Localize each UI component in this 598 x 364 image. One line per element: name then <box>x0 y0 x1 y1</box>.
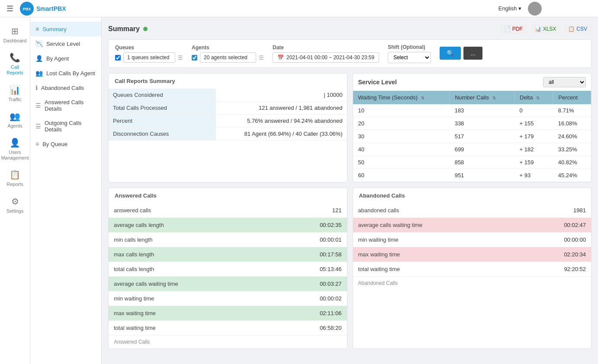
pdf-export-button[interactable]: 📄 PDF <box>500 24 527 34</box>
sub-sidebar-service-level[interactable]: 📉 Service Level <box>30 36 101 51</box>
summary-row-label: Percent <box>109 115 216 128</box>
answered-stat-row: total waiting time06:58:20 <box>109 321 347 335</box>
sidebar-label-agents: Agents <box>7 123 22 129</box>
sl-delta: + 182 <box>514 143 553 156</box>
answered-stat-label: max waiting time <box>114 310 156 316</box>
sort-delta-icon[interactable]: ⇅ <box>536 96 540 100</box>
more-button[interactable]: ... <box>463 47 482 60</box>
abandoned-stat-row: total waiting time92:20:52 <box>353 262 592 277</box>
answered-stat-value: 00:17:58 <box>320 251 342 258</box>
service-level-card: Service Level all answered abandoned Wai… <box>353 73 592 182</box>
abandoned-stat-value: 00:02:47 <box>564 222 586 228</box>
search-button[interactable]: 🔍 <box>440 47 461 60</box>
sidebar-item-agents[interactable]: 👥 Agents <box>0 107 30 133</box>
shift-label: Shift (Optional) <box>388 44 431 50</box>
summary-row-value: 121 answered / 1,981 abandoned <box>216 102 347 115</box>
sub-sidebar-outgoing-calls-details[interactable]: ☰ Outgoing Calls Details <box>30 116 101 137</box>
answered-stat-label: total calls length <box>114 266 154 272</box>
abandoned-stat-value: 00:00:00 <box>564 236 586 243</box>
col-delta: Delta ⇅ <box>514 91 553 104</box>
logo: PBX SmartPBX <box>20 2 66 16</box>
call-reports-summary-card: Call Reports Summary Queues Considered| … <box>108 73 347 182</box>
abandoned-stat-label: total waiting time <box>358 266 400 272</box>
xlsx-export-button[interactable]: 📊 XLSX <box>530 24 561 34</box>
sl-table-row: 1018308.71% <box>353 104 591 117</box>
status-dot <box>143 27 148 31</box>
date-field[interactable]: 📅 2021-04-01 00:00 ~ 2021-04-30 23:59 <box>273 52 379 63</box>
traffic-icon: 📊 <box>10 85 20 95</box>
sort-number-calls-icon[interactable]: ⇅ <box>492 96 496 100</box>
sub-sidebar-by-queue[interactable]: ≡ By Queue <box>30 137 101 151</box>
agents-label: Agents <box>192 45 264 51</box>
hamburger-menu[interactable]: ☰ <box>6 4 13 13</box>
top-nav-left: ☰ PBX SmartPBX <box>6 2 66 16</box>
sidebar-item-settings[interactable]: ⚙ Settings <box>0 192 30 218</box>
answered-stat-row: min waiting time00:00:02 <box>109 291 347 306</box>
date-label: Date <box>273 45 379 51</box>
answered-stat-row: answered calls121 <box>109 203 347 218</box>
sidebar-item-traffic[interactable]: 📊 Traffic <box>0 80 30 107</box>
answered-stat-label: max calls length <box>114 251 154 258</box>
answered-stat-label: min calls length <box>114 236 153 243</box>
answered-stat-value: 00:00:02 <box>320 295 342 302</box>
sub-sidebar-abandoned-calls[interactable]: ℹ Abandoned Calls <box>30 80 101 95</box>
top-nav-right: English ▾ <box>498 2 592 16</box>
sl-percent: 24.60% <box>553 130 591 143</box>
service-level-filter[interactable]: all answered abandoned <box>543 77 586 87</box>
sl-calls: 951 <box>450 169 514 182</box>
sub-sidebar-summary[interactable]: ≡ Summary <box>30 22 101 36</box>
sl-percent: 16.08% <box>553 117 591 130</box>
sub-sidebar-lost-calls-by-agent[interactable]: 👥 Lost Calls By Agent <box>30 66 101 80</box>
abandoned-stat-value: 1981 <box>573 207 586 214</box>
summary-row-value: 81 Agent (66.94%) / 40 Caller (33.06%) <box>216 128 347 140</box>
agents-menu-icon[interactable]: ☰ <box>259 54 264 61</box>
agents-value[interactable]: 20 agents selected <box>200 52 256 63</box>
sub-sidebar-answered-calls-details[interactable]: ☰ Answered Calls Details <box>30 95 101 116</box>
sl-table-row: 20338+ 15516.08% <box>353 117 591 130</box>
sidebar-label-traffic: Traffic <box>9 97 22 102</box>
queues-value[interactable]: 1 queues selected <box>123 52 175 63</box>
content-header: Summary 📄 PDF 📊 XLSX 📋 CSV <box>108 24 592 34</box>
sl-table-row: 60951+ 9345.24% <box>353 169 591 182</box>
shift-filter-group: Shift (Optional) Select <box>388 44 431 63</box>
summary-table-row: Total Calls Processed121 answered / 1,98… <box>109 102 347 115</box>
outgoing-calls-details-icon: ☰ <box>35 123 41 130</box>
shift-control: Select <box>388 52 431 63</box>
csv-export-button[interactable]: 📋 CSV <box>564 24 592 34</box>
sidebar-label-call-reports: Call Reports <box>2 64 28 76</box>
agents-control: 20 agents selected ☰ <box>192 52 264 63</box>
sl-table-row: 50858+ 15940.82% <box>353 156 591 169</box>
sort-waiting-time-icon[interactable]: ⇅ <box>421 96 424 100</box>
abandoned-stat-value: 92:20:52 <box>564 266 586 272</box>
sub-sidebar-label-outgoing-calls-details: Outgoing Calls Details <box>45 120 96 133</box>
agents-checkbox[interactable] <box>192 55 197 61</box>
answered-stat-label: answered calls <box>114 207 151 214</box>
queues-checkbox[interactable] <box>115 55 121 61</box>
abandoned-calls-rows: abandoned calls1981average calls waiting… <box>353 203 592 277</box>
queues-label: Queues <box>115 45 183 51</box>
sidebar-label-dashboard: Dashboard <box>3 38 27 44</box>
sidebar-item-dashboard[interactable]: ⊞ Dashboard <box>0 22 30 48</box>
summary-service-level-row: Call Reports Summary Queues Considered| … <box>108 73 592 182</box>
sub-sidebar-label-answered-calls-details: Answered Calls Details <box>45 99 96 112</box>
sidebar-label-users-management: Users Management <box>1 150 29 161</box>
sidebar-item-reports[interactable]: 📋 Reports <box>0 165 30 192</box>
reports-icon: 📋 <box>10 169 20 180</box>
sub-sidebar-by-agent[interactable]: 👤 By Agent <box>30 51 101 66</box>
users-management-icon: 👤 <box>10 137 20 148</box>
abandoned-calls-card: Abandoned Calls abandoned calls1981avera… <box>353 188 592 349</box>
avatar <box>528 2 542 16</box>
sl-waiting: 10 <box>353 104 450 117</box>
answered-stat-value: 05:13:46 <box>320 266 342 272</box>
sl-waiting: 60 <box>353 169 450 182</box>
sidebar-item-call-reports[interactable]: 📞 Call Reports <box>0 48 30 80</box>
sidebar-item-users-management[interactable]: 👤 Users Management <box>0 133 30 165</box>
summary-table-row: Queues Considered| 10000 <box>109 89 347 102</box>
queues-menu-icon[interactable]: ☰ <box>178 54 183 61</box>
language-selector[interactable]: English ▾ <box>498 5 521 12</box>
answered-stat-value: 02:11:06 <box>320 310 342 316</box>
sl-waiting: 50 <box>353 156 450 169</box>
shift-select[interactable]: Select <box>388 52 431 63</box>
answered-stat-row: max calls length00:17:58 <box>109 247 347 262</box>
sidebar-label-settings: Settings <box>6 208 24 214</box>
